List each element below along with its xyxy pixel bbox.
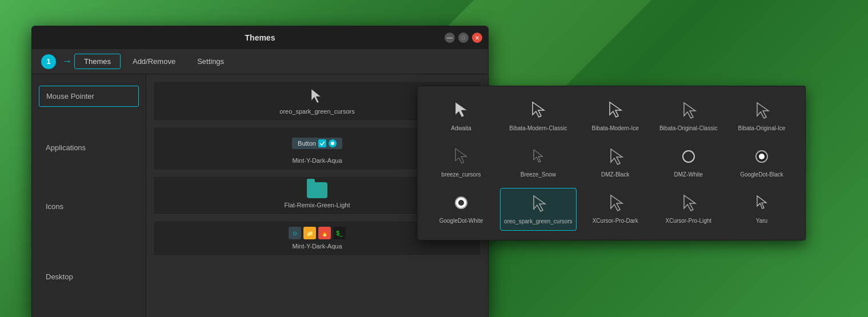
sidebar-item-label-icons: Icons <box>46 202 63 211</box>
cursor-label-bibata-original-classic: Bibata-Original-Classic <box>659 125 718 131</box>
cursor-item-xcursor-pro-dark[interactable]: XCursor-Pro-Dark <box>581 188 650 231</box>
cursor-icon-breeze-cursors <box>452 147 470 168</box>
tab-themes[interactable]: Themes <box>74 54 121 69</box>
cursor-label-breeze-cursors: breeze_cursors <box>442 171 481 178</box>
desktop-icon-mint: ⊙ <box>289 227 301 239</box>
cursor-item-adwaita[interactable]: Adwaita <box>427 95 495 137</box>
sidebar-item-label-mouse-pointer: Mouse Pointer <box>46 92 94 101</box>
folder-icon <box>307 182 327 198</box>
cursor-label-breeze-snow: Breeze_Snow <box>521 171 556 178</box>
app-button-preview: Button <box>292 138 342 149</box>
cursor-item-oreo-spark-green[interactable]: oreo_spark_green_cursors <box>500 188 577 231</box>
radio-inner <box>331 142 334 145</box>
svg-marker-7 <box>534 150 543 162</box>
sidebar-item-applications[interactable]: Applications <box>32 135 146 160</box>
svg-marker-16 <box>684 195 695 211</box>
desktop-icons: ⊙ 📁 🔥 $_ <box>289 227 346 239</box>
cursor-item-bibata-modern-classic[interactable]: Bibata-Modern-Classic <box>500 95 577 137</box>
svg-marker-8 <box>611 149 622 164</box>
cursor-label-googledot-black: GoogleDot-Black <box>740 171 783 178</box>
cursor-icon-xcursor-pro-light <box>679 194 698 214</box>
sidebar-item-icons[interactable]: Icons <box>32 194 146 219</box>
svg-marker-17 <box>757 196 766 208</box>
cursor-item-breeze-cursors[interactable]: breeze_cursors <box>427 142 495 183</box>
cursor-item-bibata-original-classic[interactable]: Bibata-Original-Classic <box>654 95 723 137</box>
cursor-grid: AdwaitaBibata-Modern-ClassicBibata-Moder… <box>427 95 796 231</box>
cursor-label-dmz-white: DMZ-White <box>674 171 703 178</box>
cursor-icon-googledot-black <box>753 147 771 168</box>
cursor-panel: AdwaitaBibata-Modern-ClassicBibata-Moder… <box>417 86 806 240</box>
svg-marker-1 <box>455 102 467 117</box>
close-button[interactable]: ✕ <box>472 33 482 43</box>
cursor-icon-bibata-original-classic <box>679 101 698 122</box>
check-icon <box>319 141 325 146</box>
sidebar-item-desktop[interactable]: Desktop <box>32 264 146 289</box>
cursor-label-bibata-modern-ice: Bibata-Modern-Ice <box>592 125 639 131</box>
minimize-button[interactable]: — <box>445 33 455 43</box>
svg-marker-6 <box>455 149 467 163</box>
cursor-icon-bibata-modern-ice <box>606 101 625 122</box>
mouse-pointer-label: oreo_spark_green_cursors <box>279 108 354 115</box>
cursor-item-googledot-white[interactable]: GoogleDot-White <box>427 188 495 231</box>
window-title: Themes <box>245 33 275 42</box>
svg-point-11 <box>759 154 765 159</box>
cursor-icon-bibata-modern-classic <box>529 101 547 122</box>
sidebar-item-mouse-pointer[interactable]: Mouse Pointer <box>39 86 139 107</box>
sidebar: Mouse Pointer Applications Icons Desktop <box>32 74 146 317</box>
cursor-item-dmz-black[interactable]: DMZ-Black <box>581 142 650 183</box>
button-label: Button <box>298 140 316 147</box>
window-controls: — □ ✕ <box>445 33 482 43</box>
cursor-label-oreo-spark-green: oreo_spark_green_cursors <box>504 218 573 224</box>
cursor-item-bibata-original-ice[interactable]: Bibata-Original-Ice <box>727 95 796 137</box>
app-preview: Button <box>287 133 347 154</box>
svg-marker-3 <box>610 102 621 117</box>
cursor-arrow-svg <box>309 88 325 104</box>
svg-point-13 <box>458 200 464 206</box>
cursor-label-xcursor-pro-light: XCursor-Pro-Light <box>666 218 712 224</box>
svg-marker-0 <box>311 89 321 103</box>
cursor-item-dmz-white[interactable]: DMZ-White <box>654 142 723 183</box>
tab-settings[interactable]: Settings <box>187 54 234 69</box>
annotation-arrow-1: → <box>62 55 72 67</box>
sidebar-item-label-desktop: Desktop <box>46 272 73 281</box>
cursor-label-xcursor-pro-dark: XCursor-Pro-Dark <box>593 218 638 224</box>
mouse-pointer-cursor-icon <box>309 87 326 105</box>
cursor-label-adwaita: Adwaita <box>451 125 471 131</box>
svg-marker-14 <box>534 196 545 211</box>
desktop-icon-folder: 📁 <box>303 227 316 239</box>
maximize-button[interactable]: □ <box>458 33 469 43</box>
cursor-icon-bibata-original-ice <box>753 101 771 122</box>
annotation-1: 1 → <box>41 54 72 69</box>
tab-bar: 1 → Themes Add/Remove Settings <box>32 49 488 74</box>
svg-marker-15 <box>611 195 622 211</box>
titlebar: Themes — □ ✕ <box>32 26 488 49</box>
cursor-item-xcursor-pro-light[interactable]: XCursor-Pro-Light <box>654 188 723 231</box>
cursor-item-googledot-black[interactable]: GoogleDot-Black <box>727 142 796 183</box>
icons-label: Flat-Remix-Green-Light <box>285 202 350 208</box>
cursor-label-bibata-modern-classic: Bibata-Modern-Classic <box>509 125 567 131</box>
cursor-label-dmz-black: DMZ-Black <box>601 171 629 178</box>
cursor-icon-xcursor-pro-dark <box>606 194 625 214</box>
applications-label: Mint-Y-Dark-Aqua <box>292 157 342 164</box>
cursor-icon-yaru <box>753 194 771 214</box>
cursor-item-yaru[interactable]: Yaru <box>727 188 796 231</box>
cursor-label-bibata-original-ice: Bibata-Original-Ice <box>738 125 786 131</box>
cursor-icon-oreo-spark-green <box>529 194 547 215</box>
radio-icon <box>329 139 337 147</box>
svg-point-9 <box>683 151 694 162</box>
svg-marker-2 <box>533 102 544 117</box>
cursor-item-breeze-snow[interactable]: Breeze_Snow <box>500 142 577 183</box>
cursor-icon-dmz-white <box>679 147 698 168</box>
desktop-label: Mint-Y-Dark-Aqua <box>292 243 342 250</box>
cursor-icon-dmz-black <box>606 147 625 168</box>
cursor-icon-googledot-white <box>452 194 470 214</box>
svg-marker-5 <box>757 103 769 118</box>
tab-add-remove[interactable]: Add/Remove <box>123 54 185 69</box>
cursor-icon-adwaita <box>452 101 470 122</box>
sidebar-item-label-applications: Applications <box>46 143 86 152</box>
desktop-icon-fire: 🔥 <box>318 227 331 239</box>
cursor-item-bibata-modern-ice[interactable]: Bibata-Modern-Ice <box>581 95 650 137</box>
svg-marker-4 <box>684 103 695 118</box>
desktop-icon-term: $_ <box>333 227 346 239</box>
cursor-icon-breeze-snow <box>529 147 547 168</box>
